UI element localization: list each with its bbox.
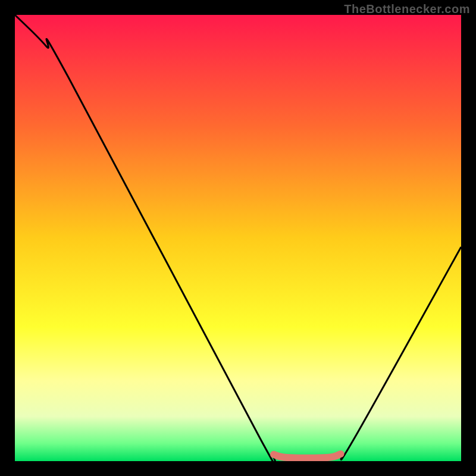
watermark-text: TheBottlenecker.com [344,2,470,16]
sweet-spot-segment [274,454,341,458]
chart-area [15,15,461,461]
chart-svg [15,15,461,461]
gradient-background [15,15,461,461]
